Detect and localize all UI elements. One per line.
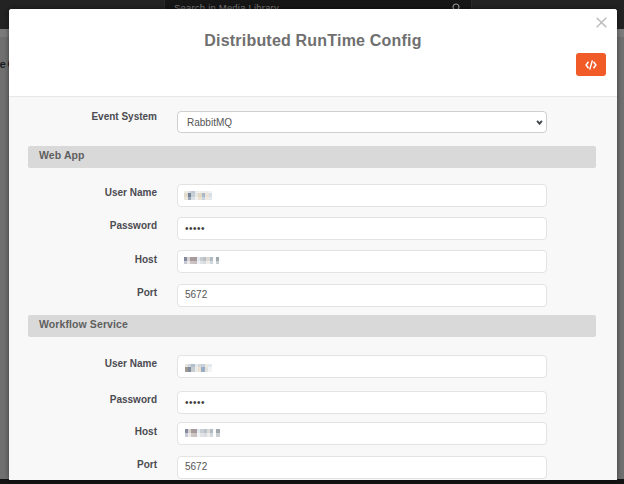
wf-port-label: Port: [39, 460, 157, 470]
password-value: •••••: [185, 397, 205, 408]
event-system-select[interactable]: RabbitMQ: [177, 111, 547, 133]
port-value: 5672: [185, 461, 207, 472]
wf-user-name-label: User Name: [39, 359, 157, 369]
wf-password-label: Password: [39, 395, 157, 405]
wf-user-name-input[interactable]: [177, 355, 547, 378]
web-host-input[interactable]: [177, 250, 547, 273]
section-header-web-app: Web App: [28, 146, 596, 168]
wf-host-input[interactable]: [177, 422, 547, 445]
wf-password-input[interactable]: •••••: [177, 391, 547, 414]
section-title: Workflow Service: [39, 318, 128, 330]
wf-port-input[interactable]: 5672: [177, 456, 547, 479]
web-host-label: Host: [39, 255, 157, 265]
web-port-label: Port: [39, 288, 157, 298]
code-icon: [585, 60, 597, 70]
modal-body: Event System RabbitMQ Web App User Name …: [9, 96, 617, 480]
close-icon[interactable]: [596, 17, 607, 28]
section-title: Web App: [39, 149, 85, 161]
wf-host-label: Host: [39, 427, 157, 437]
chevron-down-icon: [536, 120, 543, 125]
event-system-label: Event System: [39, 112, 157, 122]
redacted-user-name-value: [185, 364, 212, 372]
section-header-workflow-service: Workflow Service: [28, 315, 596, 337]
web-password-label: Password: [39, 221, 157, 231]
redacted-user-name-value: [184, 191, 212, 201]
web-user-name-label: User Name: [39, 188, 157, 198]
port-value: 5672: [185, 289, 207, 300]
modal-title: Distributed RunTime Config: [9, 32, 617, 50]
event-system-value: RabbitMQ: [187, 117, 232, 128]
web-password-input[interactable]: •••••: [177, 217, 547, 240]
web-port-input[interactable]: 5672: [177, 284, 547, 307]
password-value: •••••: [185, 223, 205, 234]
redacted-host-value: [185, 429, 223, 437]
redacted-host-value: [184, 257, 222, 265]
modal-dialog: Distributed RunTime Config Event System …: [9, 9, 617, 479]
page: Search in Media Library e C Distributed …: [0, 0, 624, 484]
web-user-name-input[interactable]: [177, 184, 547, 207]
modal-header: Distributed RunTime Config: [9, 9, 617, 96]
code-button[interactable]: [576, 53, 606, 76]
